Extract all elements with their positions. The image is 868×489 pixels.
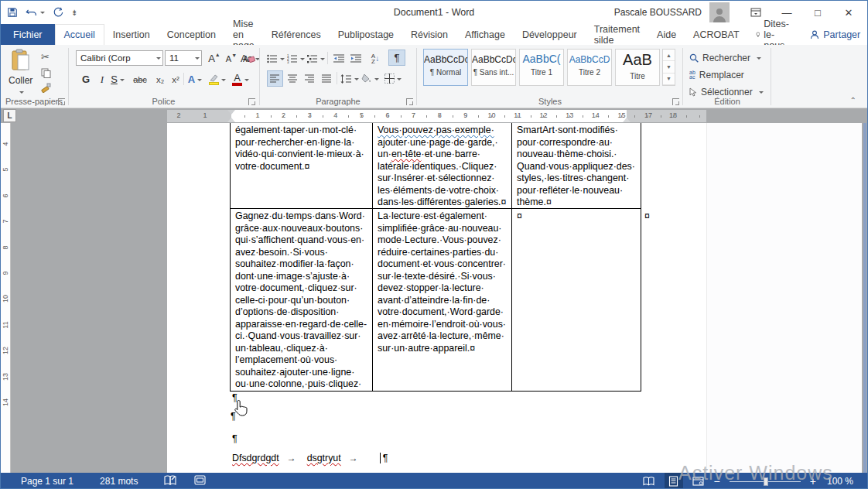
paragraph-dialog-launcher[interactable] <box>406 98 413 105</box>
ruler-number: 5 <box>2 166 9 173</box>
subscript-button[interactable]: x₂ <box>152 71 168 87</box>
numbering-button[interactable]: 123 <box>287 50 305 67</box>
read-mode-button[interactable] <box>640 473 658 489</box>
word-count[interactable]: 281 mots <box>100 476 138 487</box>
bold-button[interactable]: G <box>78 71 94 87</box>
table-cell[interactable]: Gagnez·​du·​temps·​dans·​Word·​grâce·​au… <box>230 209 372 391</box>
tab-affichage[interactable]: Affichage <box>456 24 514 45</box>
tab-acrobat[interactable]: ACROBAT <box>685 24 748 45</box>
ruler-tick <box>466 115 466 118</box>
typed-text-line[interactable]: Dfsdgrdgdt → dsgtryut → ¶ <box>232 453 388 463</box>
cut-button[interactable]: ✂ <box>41 51 50 63</box>
tab-mise-en-page[interactable]: Mise en page <box>224 24 263 45</box>
vertical-scrollbar[interactable] <box>863 123 866 473</box>
tab-traitement-silde[interactable]: Traitement silde <box>586 24 648 45</box>
ruler-tick <box>648 115 648 118</box>
user-avatar[interactable] <box>709 2 730 22</box>
tab-conception[interactable]: Conception <box>159 24 224 45</box>
clipboard-icon <box>11 49 31 72</box>
mouse-hand-cursor <box>234 399 248 421</box>
tab-aide[interactable]: Aide <box>648 24 685 45</box>
style-titre-2[interactable]: AaBbCcD Titre 2 <box>567 49 612 86</box>
table-row: également·​taper·​un·​mot-clé·​pour·​rec… <box>230 123 641 209</box>
tab-revision[interactable]: Révision <box>402 24 456 45</box>
tell-me-box[interactable]: Dites-le-nous <box>748 24 801 45</box>
collapse-ribbon-button[interactable]: ⌃ <box>850 96 856 104</box>
table-cell[interactable]: également·​taper·​un·​mot-clé·​pour·​rec… <box>230 123 372 208</box>
format-painter-button[interactable] <box>41 82 52 95</box>
tab-developpeur[interactable]: Développeur <box>514 24 586 45</box>
ruler-tick <box>504 115 505 118</box>
proofing-errors-icon[interactable] <box>164 475 177 488</box>
underline-dropdown[interactable] <box>120 79 125 84</box>
justify-button[interactable] <box>319 70 334 87</box>
bullet-list-icon <box>267 54 278 63</box>
text-effects-button[interactable]: A <box>187 71 203 87</box>
table-cell[interactable]: Vous·​pouvez·​pas·​exemple·​ajouter·​une… <box>372 123 511 208</box>
copy-button[interactable] <box>41 68 51 80</box>
font-color-button[interactable]: A <box>232 71 249 87</box>
tab-accueil[interactable]: Accueil <box>55 24 104 45</box>
show-formatting-marks-button[interactable]: ¶ <box>388 50 405 66</box>
style-titre-1[interactable]: AaBbC( Titre 1 <box>519 49 564 86</box>
italic-button[interactable]: I <box>94 71 110 87</box>
align-center-button[interactable] <box>285 70 300 87</box>
highlight-button[interactable] <box>209 71 226 87</box>
table-cell[interactable]: La·​lecture·​est·​également·​simplifiée·… <box>372 209 511 391</box>
superscript-button[interactable]: x² <box>168 71 183 87</box>
replace-button[interactable]: abac Remplacer <box>689 67 744 83</box>
grow-font-button[interactable]: A▲ <box>207 50 222 67</box>
bullets-button[interactable] <box>267 50 285 67</box>
hanging-indent-marker[interactable] <box>227 114 235 122</box>
indent-icon <box>350 54 362 63</box>
font-name-combo[interactable]: Calibri (Corp <box>76 50 163 66</box>
ruler-tick <box>348 115 349 118</box>
borders-button[interactable] <box>384 70 402 87</box>
paste-dropdown[interactable] <box>19 91 24 96</box>
table-cell[interactable]: SmartArt·​sont·​modifiés·​pour·​correspo… <box>511 123 641 208</box>
paste-button[interactable]: Coller <box>9 49 32 97</box>
strikethrough-button[interactable]: abc <box>132 71 148 87</box>
multilevel-list-button[interactable] <box>307 50 325 67</box>
ruler-tick <box>699 115 700 118</box>
share-button[interactable]: Partager <box>801 24 868 45</box>
macro-recording-icon[interactable] <box>194 475 206 487</box>
clear-formatting-button[interactable]: A <box>241 50 257 67</box>
sort-button[interactable]: AZ ↓ <box>367 50 383 67</box>
styles-gallery-scroll[interactable]: ▲ ▼ ▼ <box>662 49 675 86</box>
style-sans-interligne[interactable]: AaBbCcDc ¶ Sans int... <box>471 49 516 86</box>
align-left-button[interactable] <box>267 70 283 87</box>
pilcrow-mark: ¶ <box>383 453 388 463</box>
table-cell[interactable]: ¤ <box>511 209 641 391</box>
user-name[interactable]: Pascale BOUSSARD <box>614 7 702 18</box>
close-button[interactable]: ✕ <box>833 2 864 23</box>
numbered-list-icon: 123 <box>287 54 298 63</box>
horizontal-ruler[interactable]: 211234567891011121314151718 <box>167 110 706 122</box>
ruler-number: 7 <box>2 217 9 225</box>
vertical-ruler[interactable]: 4567891011121314 <box>1 123 11 473</box>
clipboard-dialog-launcher[interactable] <box>58 98 65 105</box>
align-right-button[interactable] <box>302 70 317 87</box>
tab-fichier[interactable]: Fichier <box>1 24 55 45</box>
styles-dialog-launcher[interactable] <box>672 98 679 105</box>
increase-indent-button[interactable] <box>348 50 364 67</box>
decrease-indent-button[interactable] <box>331 50 347 67</box>
document-table[interactable]: également·​taper·​un·​mot-clé·​pour·​rec… <box>230 123 641 392</box>
font-size-combo[interactable]: 11 <box>165 50 202 66</box>
tab-publipostage[interactable]: Publipostage <box>330 24 402 45</box>
shrink-font-button[interactable]: A▼ <box>224 50 239 67</box>
style-titre[interactable]: AaB Titre <box>615 49 660 86</box>
shading-button[interactable] <box>361 70 379 87</box>
line-spacing-button[interactable] <box>340 70 359 87</box>
style-normal[interactable]: AaBbCcDc ¶ Normal <box>423 49 468 86</box>
ruler-tick <box>661 115 661 118</box>
tab-references[interactable]: Références <box>263 24 330 45</box>
underline-button[interactable]: S <box>110 71 125 87</box>
find-button[interactable]: Rechercher <box>689 50 761 66</box>
maximize-button[interactable]: □ <box>802 2 833 23</box>
tab-stop-selector[interactable]: L <box>3 109 16 122</box>
font-dialog-launcher[interactable] <box>248 98 255 105</box>
tab-insertion[interactable]: Insertion <box>104 24 159 45</box>
document-page[interactable]: également·​taper·​un·​mot-clé·​pour·​rec… <box>167 123 706 473</box>
page-indicator[interactable]: Page 1 sur 1 <box>21 476 73 487</box>
